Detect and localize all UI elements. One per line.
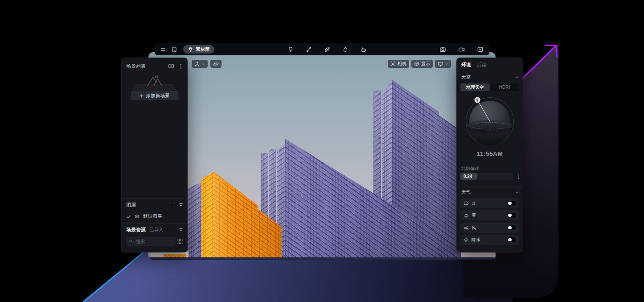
orbit-icon — [213, 61, 219, 67]
north-offset-value: 0.24 — [460, 173, 477, 180]
divider — [122, 198, 187, 199]
link-icon[interactable] — [304, 45, 313, 54]
building-orange-left-face — [201, 172, 214, 260]
plus-icon — [139, 94, 144, 98]
precipitation-toggle[interactable] — [507, 237, 516, 242]
sky-section-header[interactable]: 天空 — [461, 73, 519, 82]
sun-position-widget[interactable] — [457, 95, 523, 148]
video-camera-icon[interactable] — [457, 45, 466, 54]
mountains-icon — [146, 74, 164, 87]
precipitation-label: 降水 — [472, 237, 480, 243]
environment-panel: 环境 后期 天空 地理天空 HDRI — [456, 58, 523, 252]
layers-title: 图层 — [126, 202, 136, 208]
sun-handle[interactable] — [475, 97, 480, 103]
axis-gizmo-icon — [194, 61, 200, 67]
camera-view-label: 相机 — [398, 61, 406, 67]
viewport-left-tools — [192, 60, 222, 68]
weather-section-label: 天气 — [461, 189, 471, 195]
collapse-section-icon[interactable] — [178, 227, 184, 233]
wind-toggle[interactable] — [507, 225, 516, 230]
chevron-down-icon — [445, 62, 448, 66]
flame-icon[interactable] — [341, 45, 350, 54]
weather-section-header[interactable]: 天气 — [461, 188, 519, 197]
weather-row-wind: 风 — [460, 223, 519, 233]
weather-row-cloud: 云 — [460, 198, 519, 208]
display-mode-label: 显示 — [421, 61, 430, 67]
add-panel-icon[interactable] — [168, 62, 175, 70]
fog-toggle[interactable] — [507, 213, 516, 218]
asset-library-label: 素材库 — [196, 46, 210, 53]
cloud-toggle[interactable] — [507, 201, 516, 206]
slider-more-menu-icon[interactable] — [516, 174, 521, 180]
resources-search-row — [126, 236, 184, 246]
add-scene-button[interactable]: 添加新场景 — [131, 91, 178, 100]
bulb-icon[interactable] — [286, 45, 295, 54]
cube-icon — [414, 61, 419, 66]
monitor-icon — [438, 61, 443, 67]
sky-mode-segmented: 地理天空 HDRI — [460, 83, 519, 91]
default-layer-label: 默认图层 — [143, 213, 162, 219]
search-field[interactable] — [136, 239, 168, 244]
chevron-down-icon — [202, 62, 205, 66]
scene-list-title: 场景列表 — [126, 63, 146, 70]
chevron-down-icon — [515, 75, 519, 79]
street-shadow-strip — [148, 257, 496, 260]
leaf-icon[interactable] — [323, 45, 332, 54]
tab-environment[interactable]: 环境 — [461, 62, 471, 68]
add-layer-icon[interactable] — [168, 202, 174, 208]
asset-library-button[interactable]: 素材库 — [183, 45, 214, 54]
imported-tab[interactable]: 已导入 — [149, 227, 164, 233]
chevron-down-icon — [515, 190, 519, 194]
box-arrow-icon[interactable] — [359, 45, 368, 54]
photo-camera-icon[interactable] — [438, 45, 447, 54]
fog-icon — [464, 213, 469, 218]
hdri-option[interactable]: HDRI — [490, 83, 519, 91]
building-far-left-sliver — [187, 182, 201, 260]
resources-title: 场景资源 — [126, 227, 146, 233]
camera-view-button[interactable]: 相机 — [388, 60, 409, 68]
north-offset-label: 北向偏移 — [461, 165, 479, 172]
cloud-label: 云 — [472, 200, 476, 207]
umbrella-icon — [464, 237, 469, 243]
collapse-section-icon[interactable] — [178, 202, 184, 208]
sky-section-label: 天空 — [461, 74, 471, 80]
more-menu-icon[interactable] — [178, 62, 184, 70]
gem-icon — [188, 46, 193, 52]
viewport-3d-canvas[interactable]: 相机 显示 — [148, 52, 496, 260]
weather-row-precipitation: 降水 — [460, 235, 519, 245]
divider — [457, 186, 523, 186]
screen-options-button[interactable] — [435, 60, 451, 68]
check-icon — [126, 214, 131, 219]
app-toolbar: 素材库 — [155, 43, 489, 55]
gizmo-mode-button[interactable] — [192, 60, 208, 68]
geo-sky-option[interactable]: 地理天空 — [460, 83, 490, 91]
search-icon — [129, 239, 134, 244]
frame-camera-icon — [390, 61, 396, 66]
grid-view-icon[interactable] — [176, 238, 184, 245]
scene-list-header: 场景列表 — [126, 62, 184, 70]
file-import-icon[interactable] — [170, 45, 179, 54]
panel-tabs: 环境 后期 — [461, 62, 487, 68]
scene-list-panel: 场景列表 添加新场景 图层 — [121, 58, 188, 252]
tab-post-processing[interactable]: 后期 — [477, 62, 487, 68]
menu-icon[interactable] — [159, 45, 168, 54]
north-offset-slider[interactable]: 0.24 — [460, 173, 513, 180]
resources-header: 场景资源 已导入 — [126, 225, 184, 235]
divider — [122, 223, 187, 223]
wind-label: 风 — [472, 225, 476, 231]
display-mode-button[interactable]: 显示 — [411, 60, 433, 68]
layer-row-default[interactable]: 默认图层 — [126, 211, 184, 221]
search-input[interactable] — [126, 237, 176, 246]
wind-icon — [464, 225, 469, 231]
fog-label: 雾 — [472, 212, 476, 219]
inbox-icon[interactable] — [476, 45, 484, 54]
orbit-mode-button[interactable] — [210, 60, 222, 68]
sun-handle-overlay — [457, 95, 523, 148]
viewport-right-tools: 相机 显示 — [388, 60, 451, 68]
layers-icon — [134, 214, 140, 219]
sun-time-readout: 11:55AM — [457, 150, 523, 157]
desktop-background: 素材库 — [0, 0, 644, 302]
divider — [457, 71, 523, 71]
cloud-icon — [464, 201, 469, 206]
add-scene-label: 添加新场景 — [146, 93, 170, 99]
